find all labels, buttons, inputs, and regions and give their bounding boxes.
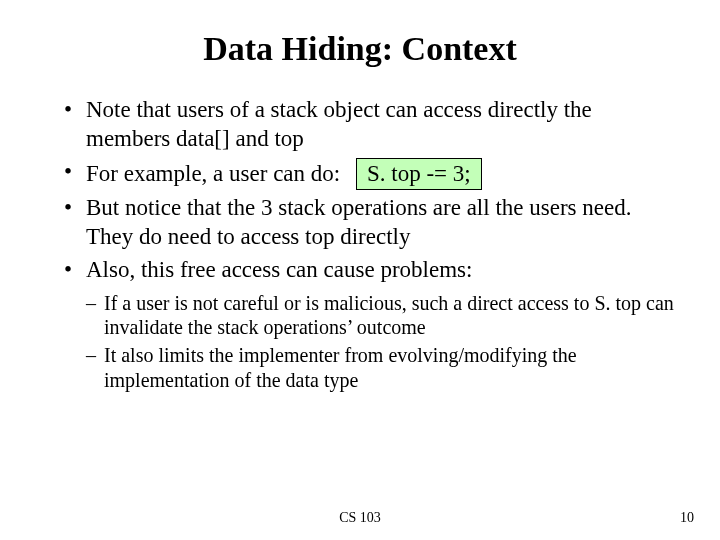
code-snippet-box: S. top -= 3; (356, 158, 482, 191)
bullet-text: Also, this free access can cause problem… (86, 257, 472, 282)
sub-bullet-text: It also limits the implementer from evol… (104, 344, 577, 390)
sub-bullet-item: It also limits the implementer from evol… (86, 343, 680, 392)
bullet-item: Also, this free access can cause problem… (64, 256, 680, 285)
sub-bullet-list: If a user is not careful or is malicious… (40, 291, 680, 393)
bullet-item: Note that users of a stack object can ac… (64, 96, 680, 154)
sub-bullet-text: If a user is not careful or is malicious… (104, 292, 674, 338)
slide: Data Hiding: Context Note that users of … (0, 0, 720, 540)
footer-course: CS 103 (0, 510, 720, 526)
bullet-text: For example, a user can do: (86, 161, 340, 186)
bullet-item: But notice that the 3 stack operations a… (64, 194, 680, 252)
bullet-item: For example, a user can do: S. top -= 3; (64, 158, 680, 191)
slide-title: Data Hiding: Context (40, 30, 680, 68)
footer-page-number: 10 (680, 510, 694, 526)
main-bullet-list: Note that users of a stack object can ac… (40, 96, 680, 285)
bullet-text: Note that users of a stack object can ac… (86, 97, 592, 151)
bullet-text: But notice that the 3 stack operations a… (86, 195, 631, 249)
sub-bullet-item: If a user is not careful or is malicious… (86, 291, 680, 340)
